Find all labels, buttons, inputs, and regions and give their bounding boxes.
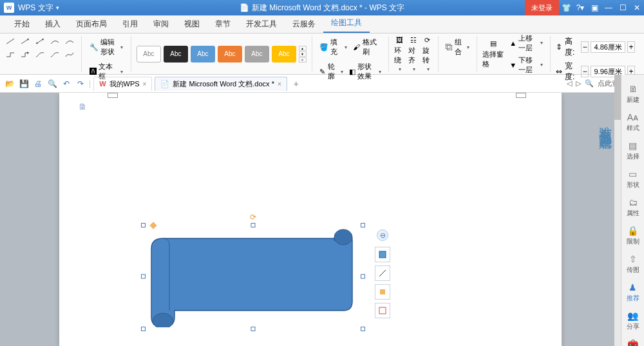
height-input[interactable] xyxy=(591,41,625,53)
wrap-button[interactable]: 🖼环绕 xyxy=(394,35,404,72)
width-decrease[interactable]: − xyxy=(581,66,589,77)
rotate-button[interactable]: ⟳旋转 xyxy=(422,35,433,72)
doc-tab-mywps[interactable]: W 我的WPS × xyxy=(93,77,152,91)
close-button[interactable]: ✕ xyxy=(630,0,644,15)
height-increase[interactable]: + xyxy=(627,41,635,53)
sidebar-item-restrict[interactable]: 🔒限制 xyxy=(621,222,644,250)
ruler-indent-right[interactable] xyxy=(516,93,526,98)
tab-drawing-tools[interactable]: 绘图工具 xyxy=(323,14,370,33)
shape-selection[interactable]: ⟳ xyxy=(141,222,365,331)
style-gallery-expand[interactable]: ▿ xyxy=(299,57,307,62)
qa-preview-icon[interactable]: 🔍 xyxy=(46,78,58,90)
sidebar-item-select[interactable]: ▤选择 xyxy=(621,137,644,165)
line-tool-10[interactable] xyxy=(63,49,76,59)
sidebar-item-share[interactable]: 👥分享 xyxy=(621,307,644,335)
shape-effect-button[interactable]: ◧形状效果 xyxy=(347,61,383,82)
login-button[interactable]: 未登录 xyxy=(525,0,559,15)
ctx-effect-icon[interactable] xyxy=(375,303,390,318)
doc-tab-mywps-close[interactable]: × xyxy=(143,81,147,88)
qa-redo-icon[interactable]: ↷ xyxy=(75,78,86,90)
tab-page-layout[interactable]: 页面布局 xyxy=(68,15,115,33)
tab-dev-tools[interactable]: 开发工具 xyxy=(238,15,285,33)
nav-back-icon[interactable]: ◁ xyxy=(567,79,572,88)
shape-style-4[interactable]: Abc xyxy=(218,46,242,62)
rotate-handle[interactable]: ⟳ xyxy=(250,213,256,222)
ribbon-group-styles: Abc Abc Abc Abc Abc Abc ▴ ▾ ▿ xyxy=(137,36,312,72)
line-tool-2[interactable] xyxy=(19,36,32,46)
shape-style-1[interactable]: Abc xyxy=(137,46,161,62)
handle-tm[interactable] xyxy=(251,223,256,227)
ctx-fill-icon[interactable] xyxy=(375,247,390,262)
qa-open-icon[interactable]: 📂 xyxy=(4,78,15,90)
sidebar-item-shape[interactable]: ▭形状 xyxy=(621,165,644,193)
sidebar-item-props[interactable]: 🗂属性 xyxy=(621,193,644,222)
handle-mr[interactable] xyxy=(361,274,365,279)
app-menu-arrow-icon[interactable]: ▾ xyxy=(56,5,59,11)
tab-section[interactable]: 章节 xyxy=(207,15,238,33)
qa-print-icon[interactable]: 🖨 xyxy=(32,78,44,90)
style-scroll-down[interactable]: ▾ xyxy=(299,52,307,57)
doc-tab-active-close[interactable]: × xyxy=(278,81,281,88)
sidebar-item-new[interactable]: 🗎新建 xyxy=(621,80,644,108)
handle-br[interactable] xyxy=(361,327,365,331)
line-tool-3[interactable] xyxy=(33,36,46,46)
ruler-indent-left[interactable] xyxy=(108,93,118,98)
line-tool-6[interactable] xyxy=(4,49,17,59)
tab-insert[interactable]: 插入 xyxy=(37,15,68,33)
tab-start[interactable]: 开始 xyxy=(6,15,37,33)
maximize-button[interactable]: ☐ xyxy=(616,0,630,15)
edit-shape-button[interactable]: 🔧编辑形状 xyxy=(87,36,126,58)
qa-save-icon[interactable]: 💾 xyxy=(18,78,30,90)
qa-undo-icon[interactable]: ↶ xyxy=(61,78,72,90)
tab-references[interactable]: 引用 xyxy=(115,15,146,33)
skin-icon[interactable]: 👕 xyxy=(559,0,573,15)
tab-view[interactable]: 视图 xyxy=(176,15,207,33)
ctx-layout-options-icon[interactable]: ⊖ xyxy=(377,229,388,241)
ctx-shadow-icon[interactable] xyxy=(375,284,390,300)
shape-style-2[interactable]: Abc xyxy=(164,46,188,62)
shape-style-3[interactable]: Abc xyxy=(191,46,215,62)
ctx-outline-icon[interactable] xyxy=(375,265,390,281)
new-tab-button[interactable]: + xyxy=(290,79,303,89)
sidebar-item-recommend[interactable]: ♟推荐 xyxy=(621,278,644,307)
shape-style-5[interactable]: Abc xyxy=(245,46,269,62)
scrollbar-thumb[interactable] xyxy=(614,75,621,120)
doc-tab-active[interactable]: 📄 新建 Microsoft Word 文档.docx * × xyxy=(155,77,287,91)
handle-bl[interactable] xyxy=(141,327,146,331)
line-tool-7[interactable] xyxy=(19,49,32,59)
group-button[interactable]: ⿻组合 xyxy=(444,36,471,58)
sidebar-item-tools[interactable]: 🧰工具 xyxy=(621,335,644,346)
sidebar-item-style[interactable]: Aᴀ样式 xyxy=(621,108,644,137)
tab-cloud[interactable]: 云服务 xyxy=(285,15,323,33)
minimize-button[interactable]: — xyxy=(601,0,616,15)
align-button[interactable]: ☷对齐 xyxy=(408,35,419,72)
tab-review[interactable]: 审阅 xyxy=(146,15,176,33)
format-painter-button[interactable]: 🖌格式刷 xyxy=(351,36,383,58)
handle-tl[interactable] xyxy=(141,223,146,227)
handle-tr[interactable] xyxy=(361,223,365,227)
select-pane-button[interactable]: ▤选择窗格 xyxy=(482,39,504,69)
help-icon[interactable]: ?▾ xyxy=(573,0,587,15)
vertical-scrollbar[interactable] xyxy=(614,75,621,346)
handle-bm[interactable] xyxy=(251,327,256,331)
outline-button[interactable]: ✎轮廓 xyxy=(317,61,345,82)
shape-style-6[interactable]: Abc xyxy=(272,46,296,62)
sidebar-item-upload[interactable]: ⇧传图 xyxy=(621,250,644,278)
line-tool-1[interactable] xyxy=(4,36,17,46)
doc-tab-active-label: 新建 Microsoft Word 文档.docx * xyxy=(173,79,274,89)
line-tool-8[interactable] xyxy=(33,49,46,59)
nav-fwd-icon[interactable]: ▷ xyxy=(576,79,581,88)
document-page[interactable]: 🗎 ⟳ ⊖ xyxy=(59,93,562,346)
ribbon-toggle-icon[interactable]: ▣ xyxy=(587,0,601,15)
send-backward-button[interactable]: ▼下移一层 xyxy=(507,54,544,76)
fill-button[interactable]: 🪣填充 xyxy=(317,36,349,58)
style-scroll-up[interactable]: ▴ xyxy=(299,46,307,51)
line-tool-9[interactable] xyxy=(48,49,61,59)
line-tool-4[interactable] xyxy=(48,36,61,46)
line-tool-5[interactable] xyxy=(63,36,76,46)
height-decrease[interactable]: − xyxy=(581,41,589,53)
bring-forward-button[interactable]: ▲上移一层 xyxy=(507,32,544,54)
handle-ml[interactable] xyxy=(141,274,146,279)
search-icon[interactable]: 🔍 xyxy=(585,79,594,88)
scroll-shape[interactable] xyxy=(144,227,363,327)
